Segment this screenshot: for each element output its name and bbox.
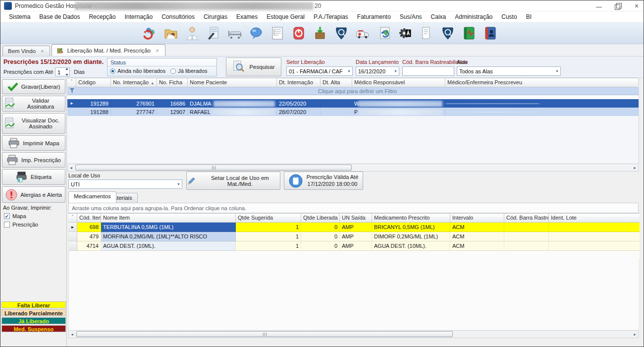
col-qtde-liberada[interactable]: Qtde Liberada <box>301 213 340 223</box>
local-de-uso-select[interactable]: UTI ▼ <box>68 179 182 189</box>
ambulance-icon[interactable] <box>355 25 371 41</box>
menu-internacao[interactable]: Internação <box>120 12 157 22</box>
col-cod-barra-rastrea[interactable]: Cód. Barra Rastrea <box>504 213 549 223</box>
menu-sistema[interactable]: Sistema <box>4 12 35 22</box>
printer-icon <box>8 138 20 149</box>
tab-medicamentos[interactable]: Medicamentos <box>68 191 116 203</box>
menu-recepcao[interactable]: Recepção <box>84 12 120 22</box>
grid-corner-icon[interactable]: * <box>68 213 77 223</box>
col-no-internacao[interactable]: No. Internação▲ <box>111 78 157 87</box>
col-un-saida[interactable]: UN Saída <box>340 213 372 223</box>
health-log-icon[interactable] <box>461 25 477 41</box>
menu-sus-ans[interactable]: Sus/Ans <box>395 12 427 22</box>
scroll-left-icon[interactable]: ◄ <box>68 164 74 171</box>
sync-users-icon[interactable] <box>142 25 158 41</box>
item-nome[interactable]: TERBUTALINA 0,5MG (1ML) <box>101 223 236 232</box>
tab-liberacao[interactable]: Liberação Mat. / Med. Prescrição × <box>52 44 165 56</box>
radio-ja-liberados[interactable] <box>170 68 176 74</box>
receipt-icon[interactable] <box>419 25 434 41</box>
checkbox-prescricao[interactable] <box>4 222 10 228</box>
chat-bubble-icon[interactable] <box>248 25 264 41</box>
power-off-icon[interactable] <box>291 25 307 41</box>
tab-liberacao-close-icon[interactable]: × <box>156 48 159 54</box>
auto-settings-icon[interactable] <box>397 25 413 41</box>
checkbox-mapa[interactable]: ✔ <box>4 213 10 219</box>
visualizar-doc-assinado-button[interactable]: Visualizar Doc. Assinado <box>2 113 65 134</box>
scroll-right-icon[interactable]: ► <box>632 331 638 338</box>
menu-consultorios[interactable]: Consultórios <box>157 12 199 22</box>
col-medicamento-prescrito[interactable]: Medicamento Prescrito <box>372 213 450 223</box>
restore-icon[interactable] <box>615 3 621 9</box>
menu-custo[interactable]: Custo <box>497 12 521 22</box>
prescricao-valida-panel[interactable]: Prescrição Válida Até 17/12/2020 18:00:0… <box>284 172 363 190</box>
patient-row[interactable]: 191288 277747 12907 RAFAEL 28/07/2020 P <box>67 108 639 116</box>
menu-caixa[interactable]: Caixa <box>427 12 451 22</box>
col-no-ficha[interactable]: No. Ficha <box>157 78 188 87</box>
electronic-billing-icon[interactable] <box>376 25 392 41</box>
col-dt-internacao[interactable]: Dt. Internação <box>277 78 321 87</box>
menu-base-de-dados[interactable]: Base de Dados <box>35 12 84 22</box>
contacts-book-icon[interactable] <box>483 25 498 41</box>
pesquisar-button[interactable]: Pesquisar <box>226 58 281 76</box>
patients-vertical-scrollbar[interactable] <box>639 78 644 164</box>
col-intervalo[interactable]: Intervalo <box>450 213 504 223</box>
document-tabs: Bem Vindo × Liberação Mat. / Med. Prescr… <box>0 44 644 57</box>
invoice-icon[interactable] <box>269 25 285 41</box>
item-row[interactable]: 4714 AGUA DEST. (10ML). 1 0 AMP AGUA DES… <box>68 241 640 251</box>
promedico-app-icon[interactable] <box>333 25 349 41</box>
col-cod-item[interactable]: Cód. Item <box>77 213 101 223</box>
patient-row-selected[interactable]: ► 191289 276901 16686 DJALMA 22/05/2020 … <box>67 99 639 108</box>
doctor-icon[interactable] <box>184 25 200 41</box>
items-h-scrollbar-thumb[interactable] <box>76 331 453 337</box>
patients-filter-row[interactable]: Clique aqui para definir um Filtro <box>67 87 639 95</box>
stock-entry-icon[interactable] <box>312 25 328 41</box>
promedico-app-icon-2[interactable] <box>440 25 456 41</box>
scroll-right-icon[interactable]: ► <box>632 164 638 171</box>
imprimir-mapa-button[interactable]: Imprimir Mapa <box>2 135 65 151</box>
tab-bem-vindo-close-icon[interactable]: × <box>41 48 44 54</box>
alas-select[interactable]: Todos as Alas ▼ <box>457 66 561 76</box>
item-nome[interactable]: AGUA DEST. (10ML). <box>101 241 236 251</box>
menu-pa-terapias[interactable]: P.A./Terapias <box>309 12 353 22</box>
data-lancamento-select[interactable]: 16/12/2020 ▼ <box>356 66 399 76</box>
item-nome[interactable]: MORFINA 0,2MG/ML (1ML)**ALTO RISCO <box>101 232 236 241</box>
col-codigo[interactable]: Código <box>76 78 111 87</box>
scroll-left-icon[interactable]: ◄ <box>69 331 75 338</box>
tab-bem-vindo[interactable]: Bem Vindo × <box>2 46 50 56</box>
menu-exames[interactable]: Exames <box>232 12 262 22</box>
col-nome-paciente[interactable]: Nome Paciente <box>188 78 277 87</box>
patient-folder-icon[interactable] <box>163 25 179 41</box>
col-medico-enfermeira[interactable]: Médico/Enfermeira Prescreveu <box>445 78 638 87</box>
items-h-scrollbar[interactable]: ◄ ► <box>68 330 639 338</box>
patients-h-scrollbar-thumb[interactable] <box>75 165 352 171</box>
setor-liberacao-select[interactable]: 01 - FARMACIA / CAF ▼ <box>286 66 353 76</box>
minimize-icon[interactable] <box>596 3 602 9</box>
item-row[interactable]: 479 MORFINA 0,2MG/ML (1ML)**ALTO RISCO 1… <box>68 232 640 241</box>
close-icon[interactable]: × <box>634 3 640 9</box>
menu-faturamento[interactable]: Faturamento <box>353 12 395 22</box>
patients-h-scrollbar[interactable]: ◄ ► <box>67 164 639 172</box>
hospital-bed-icon[interactable] <box>227 25 243 41</box>
item-row-selected[interactable]: ► 698 TERBUTALINA 0,5MG (1ML) 1 0 AMP BR… <box>68 223 640 232</box>
menu-estoque-geral[interactable]: Estoque Geral <box>262 12 309 22</box>
etiqueta-button[interactable]: Etiqueta <box>2 169 65 185</box>
col-qtde-sugerida[interactable]: Qtde Sugerida <box>236 213 301 223</box>
dias-stepper-arrows[interactable] <box>65 68 69 76</box>
col-medico-responsavel[interactable]: Médico Responsável <box>352 78 445 87</box>
setar-local-uso-button[interactable]: Setar Local de Uso em Mat./Med. <box>186 172 280 190</box>
col-nome-item[interactable]: Nome Item <box>101 213 236 223</box>
cod-barra-input[interactable] <box>402 66 454 76</box>
grid-corner-icon[interactable]: * <box>67 78 76 87</box>
prescription-doc-icon[interactable] <box>206 25 221 41</box>
menu-cirurgias[interactable]: Cirurgias <box>199 12 232 22</box>
menu-administracao[interactable]: Administração <box>450 12 497 22</box>
menu-bi[interactable]: BI <box>522 12 536 22</box>
gravar-liberar-button[interactable]: Gravar(Liberar) <box>2 79 65 94</box>
group-by-hint-bar[interactable]: Arraste uma coluna aqui para agrupa-la. … <box>68 203 639 213</box>
col-dt-alta[interactable]: Dt. Alta <box>321 78 352 87</box>
validar-assinatura-button[interactable]: Validar Assinatura <box>2 96 65 112</box>
imp-prescricao-button[interactable]: Imp. Prescrição <box>2 152 65 168</box>
alergias-alerta-button[interactable]: Alergias e Alerta <box>2 186 65 203</box>
radio-ainda-nao-liberados[interactable] <box>110 68 115 74</box>
col-ident-lote[interactable]: Ident. Lote <box>549 213 640 223</box>
